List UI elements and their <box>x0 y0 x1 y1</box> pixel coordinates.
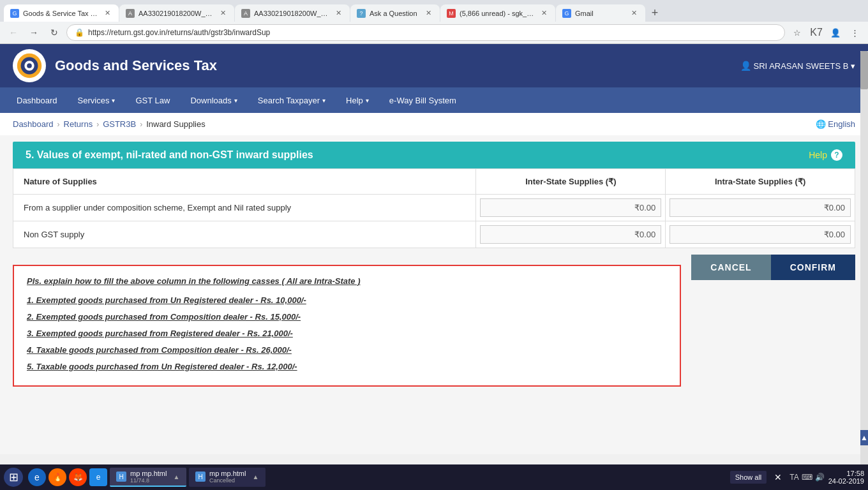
intra-state-input-1[interactable] <box>670 225 851 244</box>
row-1-intra[interactable] <box>666 221 855 248</box>
row-1-label: Non GST supply <box>13 221 476 248</box>
confirm-button[interactable]: CONFIRM <box>771 255 855 280</box>
menu-button[interactable]: ⋮ <box>846 24 863 41</box>
account-button[interactable]: 👤 <box>827 24 844 41</box>
nav-gst-law[interactable]: GST Law <box>125 87 180 113</box>
tab-close-0[interactable]: ✕ <box>103 8 112 18</box>
tab-close-1[interactable]: ✕ <box>218 8 228 18</box>
main-nav: Dashboard Services ▾ GST Law Downloads ▾… <box>0 87 868 113</box>
tab-close-3[interactable]: ✕ <box>424 8 433 18</box>
services-chevron: ▾ <box>112 97 115 104</box>
forward-button[interactable]: → <box>26 24 42 41</box>
breadcrumb-gstr3b[interactable]: GSTR3B <box>103 119 136 129</box>
tab-favicon-0: G <box>10 9 19 18</box>
tab-close-2[interactable]: ✕ <box>334 8 343 18</box>
nav-eway-bill[interactable]: e-Way Bill System <box>379 87 467 113</box>
tab-2[interactable]: A AA330219018200W_RC... ✕ <box>235 4 350 22</box>
nav-help[interactable]: Help ▾ <box>336 87 379 113</box>
reload-button[interactable]: ↻ <box>46 24 63 41</box>
tab-label-1: AA330219018200W_SC... <box>138 10 214 17</box>
taskbar-item-icon-1: H <box>195 471 206 482</box>
breadcrumb-dashboard[interactable]: Dashboard <box>13 119 54 129</box>
section-title: 5. Values of exempt, nil-rated and non-G… <box>26 149 313 161</box>
breadcrumb-returns[interactable]: Returns <box>64 119 93 129</box>
row-0-label: From a supplier under composition scheme… <box>13 195 476 221</box>
scroll-to-top-button[interactable]: ▲ <box>860 430 868 445</box>
taskbar-item-icon-0: H <box>116 471 126 482</box>
section-help-button[interactable]: Help ? <box>809 149 842 161</box>
user-menu[interactable]: SRI ARASAN SWEETS B ▾ <box>740 61 855 71</box>
tray-lang-icon: TA <box>789 473 798 482</box>
show-all-button[interactable]: Show all <box>730 471 767 484</box>
svg-point-4 <box>27 63 32 68</box>
inter-state-input-0[interactable] <box>480 198 661 217</box>
note-item-1: 2. Exempted goods purchased from Composi… <box>27 309 667 325</box>
address-bar[interactable]: 🔒 https://return.gst.gov.in/returns/auth… <box>66 24 785 41</box>
tab-close-5[interactable]: ✕ <box>629 8 639 18</box>
row-1-inter[interactable] <box>476 221 666 248</box>
gst-logo <box>13 49 46 82</box>
tab-label-0: Goods & Service Tax (G... <box>23 10 99 17</box>
bookmark-button[interactable]: ☆ <box>789 24 805 41</box>
taskbar-browser-icon[interactable]: 🔥 <box>49 468 66 486</box>
browser-controls: ← → ↻ 🔒 https://return.gst.gov.in/return… <box>0 22 868 44</box>
table-row-1: Non GST supply <box>13 221 855 248</box>
note-item-0: 1. Exempted goods purchased from Un Regi… <box>27 292 667 309</box>
browser-actions: ☆ K7 👤 ⋮ <box>789 24 863 41</box>
tab-0[interactable]: G Goods & Service Tax (G... ✕ <box>4 4 119 22</box>
intra-state-input-0[interactable] <box>670 198 851 217</box>
scrollbar[interactable]: ▲ <box>860 51 868 464</box>
close-taskbar-button[interactable]: ✕ <box>769 468 787 486</box>
tab-1[interactable]: A AA330219018200W_SC... ✕ <box>119 4 234 22</box>
row-0-intra[interactable] <box>666 195 855 221</box>
taskbar-time-display: 17:58 <box>828 470 864 477</box>
tab-label-4: (5,866 unread) - sgk_ra... <box>460 10 535 17</box>
nav-downloads[interactable]: Downloads ▾ <box>180 87 247 113</box>
tab-close-4[interactable]: ✕ <box>539 8 549 18</box>
logo-svg <box>14 50 45 81</box>
tab-favicon-3: ? <box>357 9 366 18</box>
tab-favicon-2: A <box>241 9 250 18</box>
taskbar-tray: TA ⌨ 🔊 17:58 24-02-2019 <box>789 470 864 485</box>
tab-5[interactable]: G Gmail ✕ <box>556 4 645 22</box>
search-taxpayer-chevron: ▾ <box>322 97 326 104</box>
taskbar-ie-icon[interactable]: e <box>28 468 46 486</box>
scrollbar-thumb[interactable] <box>860 51 868 89</box>
cancel-button[interactable]: CANCEL <box>691 255 770 280</box>
taskbar-app4-icon[interactable]: e <box>89 468 107 486</box>
back-button[interactable]: ← <box>5 24 22 41</box>
new-tab-button[interactable]: + <box>646 4 664 22</box>
taskbar-app3-icon[interactable]: 🦊 <box>69 468 87 486</box>
tab-label-3: Ask a Question <box>370 10 420 17</box>
help-label: Help <box>809 150 827 160</box>
col-nature: Nature of Supplies <box>13 169 476 195</box>
help-icon: ? <box>831 149 842 161</box>
row-0-inter[interactable] <box>476 195 666 221</box>
taskbar-item-1[interactable]: H mp mp.html Cancelled ▲ <box>189 468 266 487</box>
tab-3[interactable]: ? Ask a Question ✕ <box>350 4 440 22</box>
supply-table: Nature of Supplies Inter-State Supplies … <box>13 168 855 248</box>
breadcrumb-bar: Dashboard › Returns › GSTR3B › Inward Su… <box>0 113 868 135</box>
main-content: 5. Values of exempt, nil-rated and non-G… <box>0 135 868 454</box>
tab-bar: G Goods & Service Tax (G... ✕ A AA330219… <box>0 0 868 22</box>
note-box: Pls. explain how to fill the above colum… <box>13 265 681 387</box>
help-chevron: ▾ <box>366 97 369 104</box>
gst-header: Goods and Services Tax SRI ARASAN SWEETS… <box>0 44 868 87</box>
note-item-4: 5. Taxable goods purchased from Un Regis… <box>27 359 667 375</box>
nav-services[interactable]: Services ▾ <box>68 87 126 113</box>
profile-button[interactable]: K7 <box>808 24 825 41</box>
nav-dashboard[interactable]: Dashboard <box>6 87 68 113</box>
button-row: CANCEL CONFIRM <box>691 255 855 280</box>
nav-search-taxpayer[interactable]: Search Taxpayer ▾ <box>248 87 336 113</box>
tab-4[interactable]: M (5,866 unread) - sgk_ra... ✕ <box>440 4 555 22</box>
tab-favicon-1: A <box>126 9 135 18</box>
breadcrumb-sep-1: › <box>57 120 60 129</box>
tab-favicon-5: G <box>562 9 571 18</box>
downloads-chevron: ▾ <box>234 97 237 104</box>
taskbar-item-0[interactable]: H mp mp.html 11/74.8 ▲ <box>110 468 186 487</box>
language-selector[interactable]: 🌐 English <box>816 119 855 129</box>
inter-state-input-1[interactable] <box>480 225 661 244</box>
note-heading: Pls. explain how to fill the above colum… <box>27 276 667 286</box>
section-header: 5. Values of exempt, nil-rated and non-G… <box>13 142 855 168</box>
start-button[interactable]: ⊞ <box>4 468 23 487</box>
